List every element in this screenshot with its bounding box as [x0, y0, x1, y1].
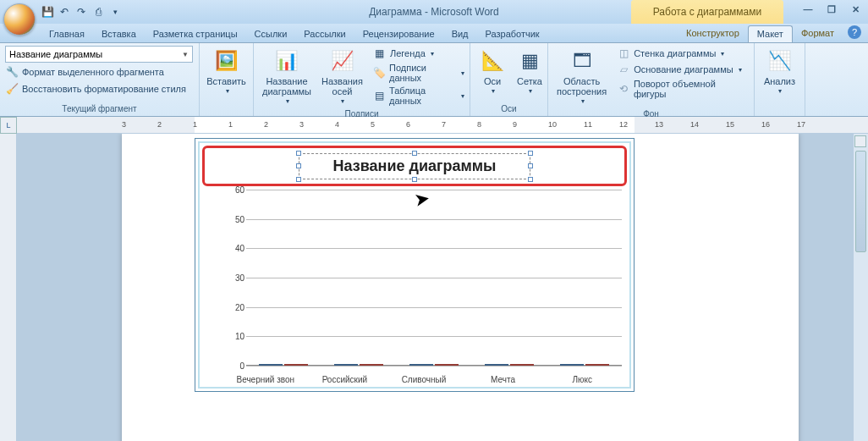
bar[interactable] [485, 364, 508, 366]
chart-object[interactable]: Название диаграммы ➤ 0102030405060 Вечер… [195, 138, 635, 392]
plot-area[interactable]: 0102030405060 [226, 190, 622, 366]
minimize-button[interactable]: — [800, 3, 816, 16]
group-background: 🗔 Область построения▾ ◫Стенка диаграммы▾… [548, 43, 755, 116]
group-labels: 📊 Название диаграммы▾ 📈 Названия осей▾ ▦… [254, 43, 470, 116]
bar[interactable] [435, 364, 459, 366]
legend-icon: ▦ [373, 47, 387, 60]
ribbon: Название диаграммы ▼ 🔧 Формат выделенног… [0, 43, 868, 117]
tab-Ссылки[interactable]: Ссылки [246, 26, 296, 42]
help-button[interactable]: ? [848, 25, 861, 39]
reset-style-button[interactable]: 🧹 Восстановить форматирование стиля [5, 81, 186, 96]
tab-Вставка[interactable]: Вставка [93, 26, 145, 42]
bar-group[interactable] [321, 364, 397, 366]
analysis-button[interactable]: 📉 Анализ▾ [761, 46, 799, 98]
chevron-down-icon: ▼ [182, 51, 189, 58]
format-selection-button[interactable]: 🔧 Формат выделенного фрагмента [5, 64, 164, 80]
tab-Вид[interactable]: Вид [443, 26, 477, 42]
plot-area-button[interactable]: 🗔 Область построения▾ [553, 46, 610, 108]
title-bar: 💾 ↶ ↷ ⎙ ▾ Диаграмма - Microsoft Word Раб… [0, 0, 868, 24]
bar-group[interactable] [397, 364, 472, 366]
x-label: Российский [305, 375, 385, 384]
rotation-3d-icon: ⟲ [617, 82, 630, 96]
bar[interactable] [259, 364, 283, 366]
chart-element-selector[interactable]: Название диаграммы ▼ [5, 46, 193, 63]
x-label: Люкс [542, 375, 622, 384]
bar[interactable] [284, 364, 308, 366]
group-label: Оси [475, 103, 542, 114]
chart-wall-icon: ◫ [617, 47, 630, 60]
chevron-down-icon: ▾ [226, 86, 229, 96]
x-label: Вечерний звон [226, 375, 305, 384]
chart-floor-icon: ▱ [617, 63, 630, 76]
tab-Разметка страницы[interactable]: Разметка страницы [145, 26, 246, 42]
analysis-icon: 📉 [766, 47, 793, 74]
data-table-icon: ▤ [373, 89, 386, 102]
bar[interactable] [585, 364, 609, 366]
bar[interactable] [360, 364, 383, 366]
data-labels-icon: 🏷️ [373, 66, 386, 80]
vertical-scrollbar[interactable] [853, 134, 868, 441]
chevron-down-icon: ▾ [341, 96, 344, 107]
bar[interactable] [560, 364, 584, 366]
chart-title-icon: 📊 [273, 47, 300, 74]
bar-group[interactable] [246, 364, 321, 366]
qat-more-icon[interactable]: ▾ [108, 5, 122, 19]
ruler-toggle-button[interactable] [854, 135, 866, 147]
chevron-down-icon: ▾ [581, 96, 585, 107]
axes-button[interactable]: 📐 Оси▾ [475, 46, 509, 98]
chart-wall-button: ◫Стенка диаграммы▾ [617, 46, 749, 61]
tab-Разработчик[interactable]: Разработчик [477, 26, 548, 42]
bar[interactable] [334, 364, 358, 366]
insert-button[interactable]: 🖼️ Вставить▾ [203, 46, 250, 98]
tab-Конструктор[interactable]: Конструктор [678, 25, 748, 42]
scrollbar-thumb[interactable] [855, 151, 866, 252]
group-label: Текущий фрагмент [5, 103, 194, 114]
ruler-corner[interactable]: L [0, 117, 17, 134]
redo-icon[interactable]: ↷ [74, 5, 88, 19]
chevron-down-icon: ▾ [286, 96, 289, 107]
group-label [760, 103, 799, 114]
document-area[interactable]: Название диаграммы ➤ 0102030405060 Вечер… [17, 134, 868, 441]
tab-Макет[interactable]: Макет [748, 25, 793, 42]
restore-button[interactable]: ❐ [824, 3, 839, 16]
bar-group[interactable] [471, 364, 547, 366]
group-current-fragment: Название диаграммы ▼ 🔧 Формат выделенног… [0, 43, 200, 116]
data-table-button[interactable]: ▤Таблица данных▾ [373, 85, 464, 107]
vertical-ruler [0, 134, 17, 441]
office-button[interactable] [3, 3, 36, 36]
ribbon-tabs: ГлавнаяВставкаРазметка страницыСсылкиРас… [0, 24, 868, 43]
close-button[interactable]: ✕ [848, 3, 863, 16]
dropdown-value: Название диаграммы [9, 49, 102, 59]
x-label: Мечта [464, 375, 543, 384]
group-analysis: 📉 Анализ▾ [755, 43, 805, 116]
insert-icon: 🖼️ [213, 47, 240, 74]
bar-group[interactable] [547, 364, 622, 366]
data-labels-button[interactable]: 🏷️Подписи данных▾ [373, 62, 464, 84]
chevron-down-icon: ▾ [778, 86, 782, 96]
bar[interactable] [409, 364, 433, 366]
context-tab-title: Работа с диаграммами [631, 0, 783, 24]
print-icon[interactable]: ⎙ [91, 5, 105, 19]
chart-title-selection[interactable]: Название диаграммы [299, 153, 531, 179]
save-icon[interactable]: 💾 [41, 5, 54, 19]
chart-title-button[interactable]: 📊 Название диаграммы▾ [259, 46, 315, 108]
workspace: L 3211234567891011121314151617 Название … [0, 117, 868, 441]
chevron-down-icon: ▾ [739, 66, 742, 74]
bar[interactable] [510, 364, 534, 366]
tab-Рецензирование[interactable]: Рецензирование [354, 26, 443, 42]
legend-button[interactable]: ▦Легенда▾ [373, 46, 464, 61]
chevron-down-icon: ▾ [529, 86, 532, 96]
tab-Формат[interactable]: Формат [793, 25, 843, 42]
chevron-down-icon: ▾ [461, 92, 464, 100]
gridlines-button[interactable]: ▦ Сетка▾ [513, 46, 547, 98]
tab-Рассылки[interactable]: Рассылки [295, 26, 354, 42]
x-label: Сливочный [384, 375, 464, 384]
x-axis-labels: Вечерний звонРоссийскийСливочныйМечтаЛюк… [226, 375, 622, 384]
page: Название диаграммы ➤ 0102030405060 Вечер… [122, 134, 799, 441]
bars-container [246, 190, 622, 366]
tab-Главная[interactable]: Главная [41, 26, 93, 42]
chart-title-text[interactable]: Название диаграммы [333, 157, 497, 174]
axis-titles-button[interactable]: 📈 Названия осей▾ [318, 46, 366, 108]
grid-icon: ▦ [516, 47, 543, 74]
undo-icon[interactable]: ↶ [58, 5, 71, 19]
